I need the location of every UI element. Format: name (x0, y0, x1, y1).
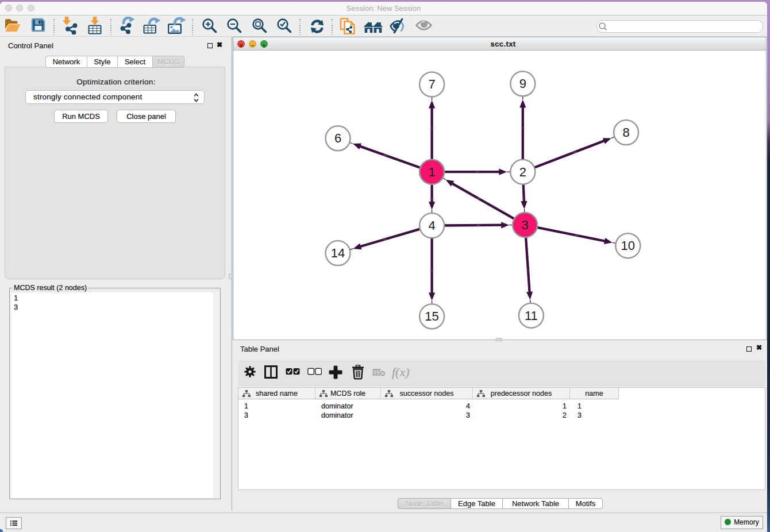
svg-text:8: 8 (622, 125, 629, 140)
svg-text:3: 3 (521, 218, 528, 232)
svg-text:6: 6 (334, 131, 341, 145)
svg-text:10: 10 (621, 238, 635, 253)
svg-text:14: 14 (331, 246, 345, 260)
svg-text:9: 9 (519, 76, 526, 91)
svg-text:11: 11 (525, 309, 538, 323)
svg-text:15: 15 (425, 309, 438, 323)
svg-text:2: 2 (519, 165, 526, 179)
svg-text:7: 7 (428, 77, 435, 91)
svg-text:4: 4 (428, 218, 435, 233)
svg-text:1: 1 (428, 165, 435, 179)
